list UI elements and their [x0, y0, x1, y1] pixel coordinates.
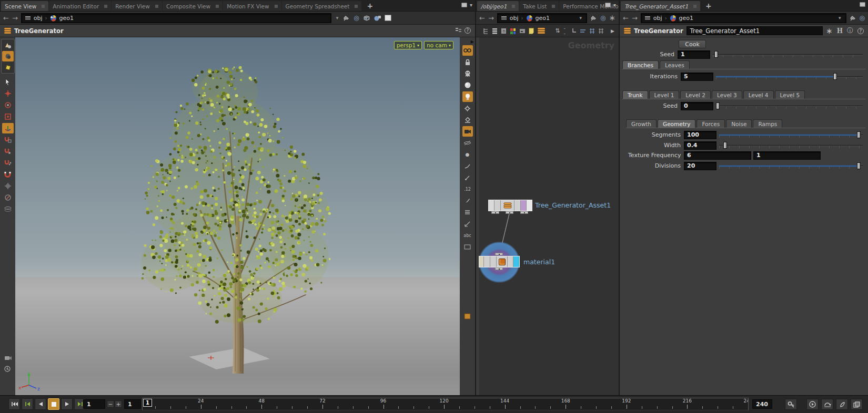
- breadcrumb-root[interactable]: obj: [510, 15, 519, 22]
- tab-noise[interactable]: Noise: [726, 119, 752, 128]
- cook-button[interactable]: Cook: [679, 40, 706, 48]
- tab-take-list[interactable]: Take List: [519, 1, 559, 11]
- close-tab-icon[interactable]: [552, 5, 555, 8]
- tab-level-1[interactable]: Level 1: [649, 90, 680, 99]
- collapse-arrow-icon[interactable]: ▶: [471, 39, 474, 44]
- new-tab-button[interactable]: +: [701, 2, 716, 11]
- stop-button[interactable]: [48, 398, 59, 410]
- end-frame-field[interactable]: 240: [752, 399, 772, 409]
- segments-input[interactable]: 100: [684, 131, 716, 139]
- back-icon[interactable]: ←: [479, 15, 485, 22]
- frame-view-icon[interactable]: [462, 115, 473, 125]
- width-slider[interactable]: [719, 141, 863, 149]
- highlight-display-icon[interactable]: [462, 45, 473, 56]
- new-tab-button[interactable]: +: [362, 2, 378, 11]
- seed-input[interactable]: 1: [678, 50, 710, 59]
- pane-menu-icon[interactable]: ▾: [470, 2, 472, 8]
- texture-frequency-input-1[interactable]: 6: [684, 151, 751, 160]
- close-tab-icon[interactable]: [104, 5, 107, 8]
- pin-icon[interactable]: [590, 15, 597, 22]
- iterations-slider[interactable]: [716, 73, 863, 80]
- node-tree-generator[interactable]: [488, 200, 532, 211]
- close-tab-icon[interactable]: [155, 5, 158, 8]
- close-tab-icon[interactable]: [42, 5, 45, 8]
- tab-scene-view[interactable]: Scene View: [1, 1, 48, 11]
- radial-menu-icon[interactable]: ◎: [600, 15, 605, 21]
- breadcrumb-current[interactable]: geo1: [536, 15, 550, 22]
- width-input[interactable]: 0.4: [684, 141, 716, 150]
- edit-tool-icon[interactable]: [2, 62, 14, 73]
- output-connector[interactable]: [506, 211, 513, 214]
- close-tab-icon[interactable]: [512, 5, 515, 8]
- snap-point-icon[interactable]: [2, 146, 14, 157]
- forward-icon[interactable]: →: [632, 15, 638, 22]
- hspread-icon[interactable]: --: [563, 26, 567, 36]
- output-connector[interactable]: [491, 211, 499, 214]
- text-overlay-icon[interactable]: abc: [462, 230, 473, 241]
- construction-plane-icon[interactable]: [2, 181, 14, 191]
- normals-icon[interactable]: [462, 161, 473, 171]
- pane-menu-icon[interactable]: ▾: [613, 2, 616, 8]
- camera-menu-nocam[interactable]: no cam▾: [424, 41, 453, 49]
- snap-grid-icon[interactable]: [2, 135, 14, 145]
- path-dropdown-icon[interactable]: ▾: [335, 15, 340, 20]
- tab-geometry[interactable]: Geometry: [658, 119, 695, 128]
- measure-icon[interactable]: [462, 219, 473, 229]
- snap-multi-icon[interactable]: [2, 158, 14, 168]
- help-icon[interactable]: ?: [465, 27, 471, 34]
- align-nodes-icon[interactable]: [580, 28, 586, 34]
- play-reverse-button[interactable]: [35, 398, 46, 410]
- playback-mode-icon[interactable]: [806, 399, 819, 410]
- path-breadcrumb[interactable]: obj › geo1: [21, 13, 331, 23]
- view-tool-icon[interactable]: [2, 40, 14, 50]
- grid-snap-icon[interactable]: [589, 28, 594, 34]
- tab-growth[interactable]: Growth: [626, 119, 657, 128]
- snapshot-icon[interactable]: [385, 15, 391, 21]
- divisions-input[interactable]: 20: [684, 162, 716, 170]
- flipbook-camera-icon[interactable]: [2, 352, 14, 363]
- paint-icon[interactable]: [462, 195, 473, 206]
- gear-icon[interactable]: ∗: [609, 14, 615, 22]
- pane-layout-icon[interactable]: [860, 2, 865, 7]
- tab-obj-geo1[interactable]: /obj/geo1: [477, 1, 519, 11]
- shading-mode-icon[interactable]: [462, 80, 473, 90]
- help-icon[interactable]: ?: [857, 28, 864, 34]
- ghost-objects-icon[interactable]: [462, 68, 473, 79]
- houdini-help-icon[interactable]: H: [837, 27, 843, 35]
- vspread-icon[interactable]: ⇅: [555, 27, 560, 34]
- path-breadcrumb[interactable]: obj › geo1 ▾: [497, 13, 587, 23]
- pin-icon[interactable]: [850, 15, 856, 22]
- output-connector[interactable]: [520, 211, 528, 214]
- tab-level-3[interactable]: Level 3: [712, 90, 742, 99]
- camera-menu-persp[interactable]: persp1▾: [394, 41, 422, 49]
- radial-menu-icon[interactable]: ◎: [354, 15, 359, 21]
- node-label[interactable]: material1: [523, 258, 555, 266]
- path-dropdown-icon[interactable]: ▾: [578, 15, 583, 20]
- elbow-connector-icon[interactable]: [571, 28, 577, 34]
- gear-menu-icon[interactable]: ∗: [826, 26, 833, 36]
- auto-key-icon[interactable]: [785, 399, 797, 410]
- select-tool-icon[interactable]: [2, 77, 14, 87]
- input-connector[interactable]: [495, 253, 503, 255]
- prev-keyframe-button[interactable]: [22, 398, 33, 410]
- breadcrumb-current[interactable]: geo1: [59, 15, 74, 22]
- snapshot-frame-icon[interactable]: [462, 311, 473, 322]
- divisions-slider[interactable]: [719, 162, 863, 170]
- iterations-input[interactable]: 5: [681, 73, 713, 81]
- pane-layout-icon[interactable]: [461, 3, 467, 7]
- timeline-ruler[interactable]: 1 24487296120144168192216240: [142, 398, 749, 410]
- path-breadcrumb[interactable]: obj › geo1 ▾: [641, 13, 846, 23]
- sticky-note-icon[interactable]: [529, 28, 534, 34]
- layout-box-icon[interactable]: [519, 28, 525, 34]
- close-tab-icon[interactable]: [355, 5, 358, 8]
- realtime-toggle-icon[interactable]: [836, 399, 848, 410]
- node-material[interactable]: [479, 256, 520, 267]
- lighting-icon[interactable]: [462, 91, 473, 102]
- info-icon[interactable]: ⓘ: [847, 26, 853, 35]
- translate-tool-icon[interactable]: [2, 88, 14, 99]
- grid-display-icon[interactable]: [598, 28, 603, 34]
- tab-tree-generator-asset1[interactable]: Tree_Generator_Asset1: [621, 1, 700, 11]
- asset-icon[interactable]: [538, 28, 545, 34]
- toolbar-more-icon[interactable]: ▶: [611, 28, 614, 34]
- back-icon[interactable]: ←: [3, 15, 9, 22]
